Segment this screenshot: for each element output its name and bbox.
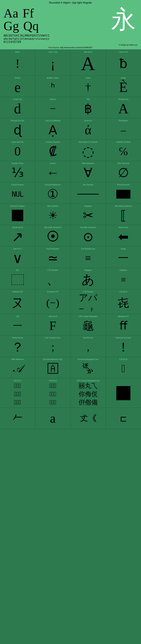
grid-cell-cjk-compat: CJK Compat アパー ト [70, 289, 106, 314]
cell-label: Enclosed Alphanum Sup [43, 358, 62, 360]
grid-cell-glyph-17d: ⊏ [106, 408, 141, 429]
preview-row-2: Gg Qq [3, 20, 39, 32]
cell-glyph: ! [15, 56, 20, 71]
cell-label: CJK Compat Ideography Sup [77, 379, 99, 382]
cell-glyph: ？ [11, 339, 24, 356]
grid-cell-math-alphanum: Math Alphanum 𝒜 [0, 357, 35, 378]
grid-cell-latin-ext-b: Latin Ext B ƀ [106, 50, 141, 76]
grid-cell-latin-ext-a: Latin Ext A A [70, 50, 106, 76]
grid-cell-latin-ext-c: Latin Ext C ∨ [0, 246, 35, 268]
cell-glyph: 𠂉 [12, 412, 23, 424]
preview-letters: Aa Ff Gg Qq [3, 7, 39, 32]
preview-aa: Aa [3, 7, 18, 20]
cell-glyph: ɖ [13, 122, 22, 138]
cell-label: Hebrew [50, 98, 56, 100]
cell-glyph: 㐂 [118, 295, 129, 310]
grid-cell-glyph-17a: 𠂉 [0, 408, 35, 429]
cell-label: CJK [16, 315, 19, 318]
cell-label: Kango [121, 247, 126, 250]
cell-glyph: 𠀀 [122, 362, 125, 375]
grid-row-13: CJK 一 Latin Ext D F CJK Compat Ideograph… [0, 314, 141, 335]
grid-row-10: Latin Ext C ∨ Sup Punctuation ≃ CJK Radi… [0, 246, 141, 268]
cell-glyph: 龜 [83, 318, 94, 334]
preview-cjk: 永 [111, 7, 138, 32]
preview-area: Aa Ff Gg Qq 永 [0, 5, 141, 34]
grid-cell-latin-ext-add: Latin Ext Additional Ạ [35, 118, 70, 140]
cell-label: Sup Math Operators [80, 226, 96, 228]
cell-glyph: 𫠝𫠞𫠟𫠠𫠡𫠢𫠣𫠤𫠥 [49, 382, 56, 406]
grid-row-12: Katakana Ext ヌ Enclosed CJK (−) CJK Comp… [0, 289, 141, 314]
grid-cell-math-operators: Math Operators ∀ [70, 161, 106, 182]
cell-glyph: ∅ [118, 165, 129, 180]
cell-label: CJK Ext B [119, 358, 128, 360]
cell-label: Latin Ext D [48, 315, 57, 318]
grid-cell-greek-ext: Greek Ext ά [70, 118, 106, 140]
grid-cell-cjk-ext-c: CJK Ext C 𪜶𪝺𪞞𪟅𪠀𪡋𪢘𪣫𪤲 [0, 378, 35, 408]
grid-cell-small-forms: Small Forms ， [70, 336, 106, 357]
cell-label: Number Forms [12, 162, 23, 164]
cell-glyph: ⊏ [120, 414, 127, 424]
grid-cell-enclosed-alphanum: Enclosed Alphanum ① [35, 182, 70, 204]
cell-glyph: 𪜶𪝺𪞞𪟅𪠀𪡋𪢘𪣫𪤲 [14, 382, 21, 406]
cell-label: Latin Ext Additional [45, 119, 60, 122]
cell-glyph: ↗ [12, 228, 23, 245]
cell-label: Vertical Forms [12, 336, 23, 339]
cell-glyph: F [49, 318, 56, 333]
grid-cell-kango: Kango 一 [106, 246, 141, 268]
grid-cell-empty [106, 378, 141, 408]
cell-glyph: ◌ [82, 144, 94, 158]
preview-row-1: Aa Ff [3, 7, 39, 20]
header-bar: Rounded-X Mgen+ 2pp light Regular [0, 0, 141, 5]
cell-glyph: 🄰 [48, 362, 58, 375]
grid-cell-hiragena: Hiragena あ [70, 268, 106, 289]
cell-glyph: ⬅ [118, 229, 129, 244]
cell-label: Cyrillic [121, 76, 126, 79]
cell-label: Greek [86, 76, 90, 79]
cell-label: Phonetic Ext Sup [11, 119, 24, 122]
cell-glyph: ¡ [51, 56, 55, 71]
grid-row-14: Vertical Forms ？ CJK Compat Forms ； Smal… [0, 335, 141, 357]
cell-glyph: ， [83, 340, 93, 354]
grid-cell-ipa-ext: IPA Ext e [0, 76, 35, 97]
cell-glyph: 𠀋《 [80, 414, 97, 423]
cell-label: Modifier Letters [47, 76, 59, 79]
cell-glyph: ƀ [119, 56, 128, 71]
cell-label: Thai [86, 98, 90, 100]
cell-glyph: (−) [46, 297, 59, 309]
grid-cell-enclosed-cjk: Enclosed CJK (−) [35, 289, 70, 314]
cell-glyph: ℅ [119, 145, 128, 158]
grid-cell-arrows: Arrows ← [35, 161, 70, 182]
cell-label: IPA Ext [15, 76, 20, 79]
cell-glyph: † [86, 81, 91, 94]
cell-label: Greek Ext [84, 119, 92, 122]
grid-cell-phonetic-ext: Phonetic Ext A [106, 97, 141, 118]
cell-label: Misc Math Symbols A [115, 204, 132, 207]
preview-qq: Qq [23, 20, 39, 32]
alphabet-lower: abcdefghijklmnopqrstuvwxyz [3, 37, 138, 40]
cell-glyph: a [50, 411, 56, 426]
cell-glyph: 🈀 [83, 362, 93, 375]
cell-label: Latin Ext C [13, 247, 22, 250]
cell-label: CJK Radicals Sup [81, 247, 95, 250]
grid-row-11: EtC CJK Symbols 、 Hiragena あ Katakana ≡ [0, 268, 141, 289]
cell-label: Phonetic Ext [119, 98, 128, 100]
cell-glyph: e [14, 79, 21, 95]
cell-glyph: ⦿ [46, 230, 59, 244]
preview-ff: Ff [22, 7, 34, 20]
grid-cell-glyph-17c: 𠀋《 [70, 408, 106, 429]
cell-glyph: ﬀ [120, 319, 127, 332]
grid-cell-cjk-compat-ideographs: CJK Compat Ideographs 龜 [70, 314, 106, 335]
grid-cell-cjk-radicals-sup: CJK Radicals Sup ≡ [70, 246, 106, 268]
grid-cell-super-sub: Super And Sub 0 [0, 140, 35, 161]
cell-label: Misc Technical [118, 162, 129, 164]
cell-label: Control Pictures [11, 183, 24, 186]
cell-glyph: 一 [118, 251, 129, 265]
grid-cell-katakana: Katakana ≡ [106, 268, 141, 289]
grid-cell-geometric: Geometric Shapes [0, 204, 35, 225]
cell-glyph: 𝒜 [13, 362, 22, 375]
grid-cell-sup-arrows-b: Sup Arrows B ↗ [0, 225, 35, 246]
cell-label: Hiragena [84, 268, 92, 271]
grid-cell-cjk-compat-forms: CJK Compat Forms ； [35, 336, 70, 357]
grid-row-3: Cyrillic Sup d Hebrew − Thai ฿ Phonetic … [0, 97, 141, 118]
cell-glyph: ∀ [84, 165, 92, 180]
